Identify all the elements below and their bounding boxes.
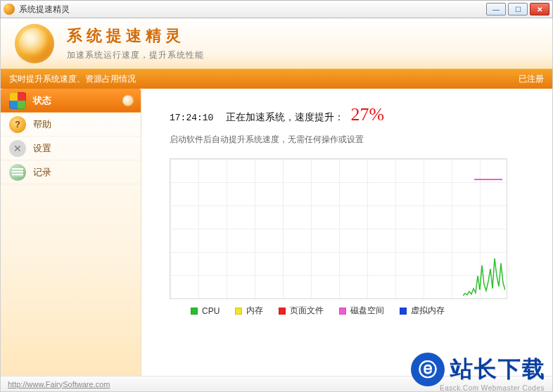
swatch-icon: [191, 308, 198, 315]
chart-grid: [170, 159, 507, 298]
window-titlebar: 系统提速精灵 — ☐ ✕: [0, 0, 553, 18]
current-time: 17:24:10: [170, 113, 213, 123]
legend-disk: 磁盘空间: [339, 305, 384, 317]
status-strip: 实时提升系统速度、资源占用情况 已注册: [1, 69, 552, 89]
legend-virtualmem: 虚拟内存: [400, 305, 445, 317]
sidebar-item-log[interactable]: 记录: [1, 160, 141, 184]
swatch-icon: [279, 308, 286, 315]
watermark-subtext: Easck.Com Webmaster Codes: [440, 384, 545, 392]
close-button[interactable]: ✕: [530, 3, 549, 15]
header-banner: 系统提速精灵 加速系统运行速度，提升系统性能: [1, 18, 552, 69]
disk-space-trace: [474, 179, 502, 180]
chart-legend: CPU 内存 页面文件 磁盘空间 虚拟内存: [170, 305, 538, 317]
legend-cpu: CPU: [191, 306, 220, 316]
sidebar: 状态 帮助 设置 记录: [1, 89, 141, 376]
app-title: 系统提速精灵: [67, 25, 204, 46]
performance-chart: [170, 158, 507, 299]
cpu-trace-icon: [463, 255, 505, 297]
sidebar-item-label: 记录: [33, 166, 51, 179]
swatch-icon: [400, 308, 407, 315]
legend-label: 页面文件: [290, 305, 324, 317]
speedup-percent: 27%: [350, 104, 384, 125]
settings-icon: [9, 140, 26, 157]
description-text: 启动软件后自动提升系统速度，无需任何操作或设置: [170, 134, 538, 146]
swatch-icon: [235, 308, 242, 315]
legend-label: 磁盘空间: [350, 305, 384, 317]
app-logo-icon: [15, 24, 54, 63]
app-icon: [4, 4, 15, 15]
body: 状态 帮助 设置 记录 17:24:10 正在加速系统，速度提升： 27% 启动: [1, 89, 552, 376]
minimize-button[interactable]: —: [486, 3, 506, 15]
sidebar-item-status[interactable]: 状态: [1, 89, 141, 113]
sidebar-item-label: 帮助: [33, 118, 51, 131]
maximize-button[interactable]: ☐: [508, 3, 528, 15]
app-window: 系统提速精灵 加速系统运行速度，提升系统性能 实时提升系统速度、资源占用情况 已…: [0, 18, 553, 392]
help-icon: [9, 116, 26, 133]
strip-right-text: 已注册: [519, 73, 544, 85]
strip-left-text: 实时提升系统速度、资源占用情况: [9, 73, 519, 85]
sidebar-item-help[interactable]: 帮助: [1, 113, 141, 137]
legend-label: 虚拟内存: [411, 305, 445, 317]
status-line: 17:24:10 正在加速系统，速度提升： 27%: [170, 104, 538, 125]
swatch-icon: [339, 308, 346, 315]
sidebar-item-settings[interactable]: 设置: [1, 137, 141, 160]
main-panel: 17:24:10 正在加速系统，速度提升： 27% 启动软件后自动提升系统速度，…: [141, 89, 552, 376]
banner-text: 系统提速精灵 加速系统运行速度，提升系统性能: [67, 25, 204, 61]
status-text: 正在加速系统，速度提升：: [226, 112, 344, 122]
vendor-url[interactable]: http://www.FairySoftware.com: [8, 380, 110, 388]
log-icon: [9, 164, 26, 181]
status-icon: [9, 92, 26, 109]
legend-label: CPU: [202, 306, 220, 316]
legend-label: 内存: [246, 305, 263, 317]
sidebar-item-label: 设置: [33, 142, 51, 155]
app-subtitle: 加速系统运行速度，提升系统性能: [67, 49, 204, 61]
legend-memory: 内存: [235, 305, 263, 317]
sidebar-item-label: 状态: [33, 94, 51, 107]
legend-pagefile: 页面文件: [279, 305, 324, 317]
window-title: 系统提速精灵: [19, 4, 484, 15]
